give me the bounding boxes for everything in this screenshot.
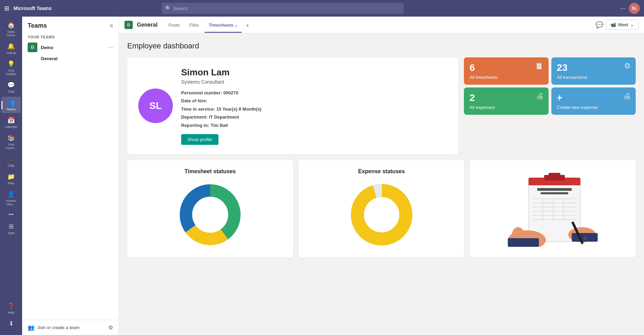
video-icon: 📹 — [610, 22, 616, 27]
settings-icon[interactable]: ⚙ — [108, 324, 113, 331]
nav-label-help: Help — [8, 311, 15, 314]
sidebar-item-more[interactable]: ••• — [1, 210, 21, 219]
timesheet-donut-chart — [176, 180, 245, 249]
transaction-stat-icon: ⚙ — [624, 62, 631, 71]
teams-icon: 👥 — [7, 99, 15, 106]
svg-point-3 — [192, 197, 228, 233]
stat-label-create-expense: Create new expense — [557, 105, 630, 110]
meet-button[interactable]: 📹 Meet ⌄ — [606, 20, 638, 30]
human-res-icon: 👤 — [7, 190, 15, 198]
cards-row-2: Timesheet statuses — [127, 160, 636, 258]
time-in-service-row: Time in service: 15 Year(s) 8 Month(s) — [181, 105, 447, 113]
sidebar-item-help[interactable]: ❓ Help — [1, 300, 21, 316]
stat-card-timesheets[interactable]: 📋 6 All timesheets — [464, 57, 548, 85]
profile-job-title: Systems Consultant — [181, 79, 447, 85]
stat-number-timesheets: 6 — [469, 62, 543, 73]
department-label: Department: — [181, 114, 208, 120]
svg-rect-26 — [508, 238, 539, 247]
add-tab-button[interactable]: + — [243, 22, 252, 33]
channel-item-general[interactable]: General — [22, 54, 119, 63]
files-icon: 📁 — [7, 173, 15, 180]
nav-label-sales-home: Sales Home — [3, 30, 19, 37]
timesheet-chart-title: Timesheet statuses — [136, 168, 285, 175]
svg-rect-9 — [529, 182, 580, 185]
nav-label-calendar: Calendar — [5, 125, 18, 129]
reporting-row: Reporting to: Tim Ball — [181, 121, 447, 129]
profile-details: Personnel number: 000270 Date of hire: T… — [181, 89, 447, 129]
stats-row-2: 🖨 2 All expenses 🖨 + Create new expense — [464, 87, 636, 115]
stat-number-create-expense: + — [557, 92, 630, 103]
tab-files[interactable]: Files — [185, 22, 203, 33]
viva-learning-icon: 📚 — [7, 134, 15, 142]
sidebar-item-human-res[interactable]: 👤 Human Res... — [1, 188, 21, 208]
cards-row-1: SL Simon Lam Systems Consultant Personne… — [127, 57, 636, 155]
sidebar-item-files[interactable]: 📁 Files — [1, 171, 21, 187]
sidebar-item-viva-insights[interactable]: 💡 Viva Insights — [1, 58, 21, 78]
tab-timesheets[interactable]: Timesheets ⌄ — [205, 22, 242, 33]
grid-icon[interactable]: ⊞ — [4, 4, 9, 12]
show-profile-button[interactable]: Show profile — [181, 134, 218, 145]
stats-row-1: 📋 6 All timesheets ⚙ 23 All transactions — [464, 57, 636, 85]
sidebar-item-calls[interactable]: 📞 Calls — [1, 153, 21, 169]
svg-rect-17 — [532, 211, 577, 212]
personnel-number-row: Personnel number: 000270 — [181, 89, 447, 97]
create-expense-stat-icon: 🖨 — [623, 92, 631, 101]
chat-bubble-icon[interactable]: 💬 — [596, 21, 603, 29]
sidebar-item-download[interactable]: ⬇ — [1, 318, 21, 329]
more-options-icon[interactable]: ··· — [620, 5, 625, 12]
profile-name: Simon Lam — [181, 67, 447, 78]
sidebar-item-viva-learning[interactable]: 📚 Viva Learni... — [1, 132, 21, 152]
channel-name: General — [137, 22, 158, 28]
nav-label-viva-learning: Viva Learni... — [3, 143, 19, 150]
stat-label-transactions: All transactions — [557, 75, 630, 80]
sidebar-header: Teams ≡ — [22, 17, 119, 32]
svg-rect-16 — [532, 207, 577, 207]
stat-card-expenses[interactable]: 🖨 2 All expenses — [464, 87, 548, 115]
help-icon: ❓ — [7, 302, 15, 310]
filter-icon[interactable]: ≡ — [110, 23, 113, 29]
sidebar-item-sales-home[interactable]: 🏠 Sales Home — [1, 19, 21, 39]
sidebar: Teams ≡ Your teams D Demo ··· General 👥 … — [22, 17, 119, 335]
sidebar-item-calendar[interactable]: 📅 Calendar — [1, 114, 21, 131]
chat-icon: 💬 — [7, 81, 15, 89]
left-nav: 🏠 Sales Home 🔔 Activity 💡 Viva Insights … — [0, 17, 22, 335]
activity-icon: 🔔 — [7, 43, 15, 50]
sidebar-item-apps[interactable]: ⊞ Apps — [1, 221, 21, 237]
top-bar-right: ··· SL — [620, 3, 640, 14]
team-item-demo[interactable]: D Demo ··· — [22, 40, 119, 54]
svg-rect-15 — [532, 203, 577, 203]
time-in-service-value: 15 Year(s) 8 Month(s) — [216, 106, 262, 112]
meet-chevron-icon: ⌄ — [630, 22, 634, 27]
channel-header: D General Posts Files Timesheets ⌄ + 💬 📹 — [119, 17, 644, 33]
dashboard-title: Employee dashboard — [127, 41, 636, 50]
top-bar: ⊞ Microsoft Teams 🔍 ··· SL — [0, 0, 644, 17]
stat-card-transactions[interactable]: ⚙ 23 All transactions — [551, 57, 636, 85]
svg-rect-14 — [532, 198, 577, 199]
nav-label-files: Files — [8, 182, 14, 185]
nav-label-viva-insights: Viva Insights — [3, 69, 19, 76]
sidebar-item-chat[interactable]: 💬 Chat — [1, 79, 21, 95]
sidebar-bottom: 👥 Join or create a team ⚙ — [22, 320, 119, 335]
date-of-hire-row: Date of hire: — [181, 97, 447, 105]
meet-label: Meet — [618, 22, 628, 27]
team-avatar-demo: D — [28, 43, 37, 52]
channel-name-general: General — [41, 56, 57, 61]
department-value: IT Department — [209, 114, 239, 120]
svg-rect-18 — [532, 215, 577, 216]
sidebar-item-activity[interactable]: 🔔 Activity — [1, 40, 21, 57]
join-team-button[interactable]: 👥 Join or create a team — [28, 324, 80, 331]
tab-posts[interactable]: Posts — [165, 22, 184, 33]
tab-dropdown-icon: ⌄ — [234, 23, 237, 27]
search-input[interactable] — [173, 6, 400, 11]
expense-donut-chart — [347, 180, 416, 249]
team-name-demo: Demo — [41, 45, 53, 50]
tab-bar: Posts Files Timesheets ⌄ + — [165, 17, 252, 33]
profile-card: SL Simon Lam Systems Consultant Personne… — [127, 57, 458, 155]
avatar[interactable]: SL — [629, 3, 640, 14]
weekly-timesheet-card — [470, 160, 636, 258]
stat-number-expenses: 2 — [469, 92, 543, 103]
sidebar-item-teams[interactable]: 👥 Teams — [1, 97, 21, 113]
timesheet-donut-container — [136, 180, 285, 249]
team-more-icon[interactable]: ··· — [109, 44, 113, 50]
stat-card-create-expense[interactable]: 🖨 + Create new expense — [551, 87, 636, 115]
